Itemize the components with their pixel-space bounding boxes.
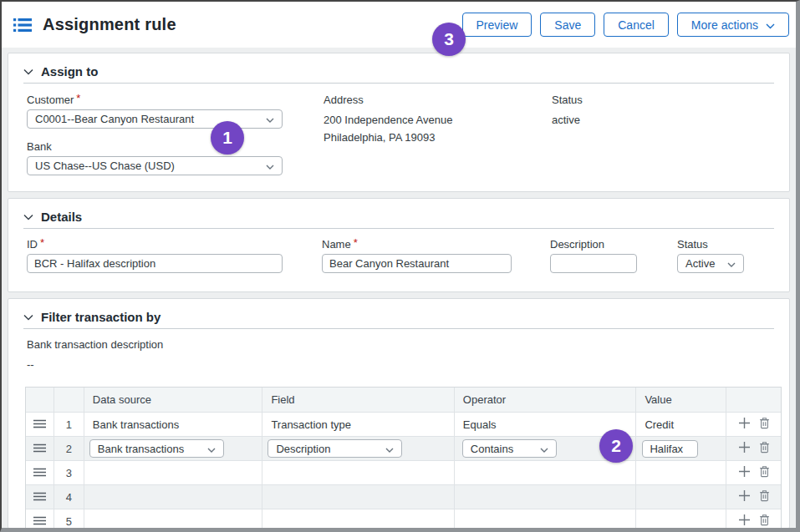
filter-summary-label: Bank transaction description bbox=[27, 338, 163, 351]
add-row-button[interactable] bbox=[738, 514, 751, 529]
bank-label: Bank bbox=[27, 140, 283, 153]
filter-table-body: 1Bank transactionsTransaction typeEquals… bbox=[26, 413, 781, 529]
cell-data-source: Bank transactions bbox=[84, 413, 263, 436]
drag-handle-icon[interactable] bbox=[33, 443, 46, 455]
cell-operator bbox=[455, 509, 637, 529]
cell-operator bbox=[455, 485, 637, 509]
add-row-button[interactable] bbox=[738, 441, 751, 456]
row-actions bbox=[726, 485, 781, 509]
filter-row-1: 1Bank transactionsTransaction typeEquals… bbox=[26, 413, 781, 437]
drag-handle-icon[interactable] bbox=[33, 515, 46, 528]
row-number: 1 bbox=[54, 413, 84, 436]
delete-row-button[interactable] bbox=[759, 441, 770, 456]
plus-icon bbox=[738, 489, 751, 504]
id-input[interactable] bbox=[27, 254, 283, 273]
chevron-down-icon bbox=[266, 160, 274, 172]
delete-row-button[interactable] bbox=[759, 465, 770, 480]
column-header-value: Value bbox=[636, 388, 726, 412]
column-header-operator: Operator bbox=[455, 388, 637, 412]
cell-data-source bbox=[84, 509, 263, 529]
assign-status-label: Status bbox=[552, 94, 583, 106]
section-divider bbox=[23, 328, 774, 329]
preview-button[interactable]: Preview bbox=[462, 13, 532, 37]
value-input[interactable] bbox=[642, 440, 698, 458]
operator-select[interactable]: Contains bbox=[462, 439, 557, 458]
chevron-down-icon bbox=[207, 443, 216, 455]
cell-value bbox=[636, 485, 726, 509]
add-row-button[interactable] bbox=[738, 489, 751, 504]
name-label: Name bbox=[322, 238, 512, 251]
add-row-button[interactable] bbox=[738, 465, 751, 480]
more-actions-button[interactable]: More actions bbox=[677, 13, 789, 37]
assign-to-left-column: Customer C0001--Bear Canyon Restaurant B… bbox=[27, 94, 283, 175]
cell-value: Credit bbox=[636, 413, 726, 436]
chevron-down-icon bbox=[540, 443, 548, 455]
filter-table: Data sourceFieldOperatorValue 1Bank tran… bbox=[25, 387, 782, 529]
data-source-select-value: Bank transactions bbox=[98, 443, 184, 455]
trash-icon bbox=[759, 489, 770, 504]
drag-handle-icon[interactable] bbox=[33, 418, 46, 431]
cell-data-source bbox=[84, 461, 263, 484]
plus-icon bbox=[738, 514, 751, 529]
description-input[interactable] bbox=[550, 254, 637, 273]
collapse-chevron-icon[interactable] bbox=[23, 68, 33, 75]
more-actions-label: More actions bbox=[691, 18, 758, 32]
row-drag-cell bbox=[26, 485, 54, 509]
column-header-blank bbox=[54, 388, 84, 412]
drag-handle-icon[interactable] bbox=[33, 467, 46, 479]
address-line-1: 200 Independence Avenue bbox=[324, 111, 452, 129]
filter-row-5: 5 bbox=[26, 509, 781, 529]
column-header-blank bbox=[26, 388, 54, 412]
list-menu-icon[interactable] bbox=[13, 18, 32, 33]
address-line-2: Philadelphia, PA 19093 bbox=[324, 129, 452, 146]
cell-operator bbox=[455, 461, 637, 484]
assign-to-title: Assign to bbox=[41, 64, 98, 79]
address-column: Address 200 Independence Avenue Philadel… bbox=[324, 94, 452, 146]
description-label: Description bbox=[550, 238, 637, 251]
chevron-down-icon bbox=[266, 113, 274, 125]
id-field: ID bbox=[27, 238, 283, 273]
add-row-button[interactable] bbox=[738, 417, 751, 432]
details-status-value: Active bbox=[685, 257, 715, 270]
data-source-select[interactable]: Bank transactions bbox=[89, 439, 224, 458]
delete-row-button[interactable] bbox=[759, 489, 770, 504]
row-number: 4 bbox=[54, 485, 84, 509]
save-button[interactable]: Save bbox=[540, 13, 595, 37]
filter-table-head: Data sourceFieldOperatorValue bbox=[26, 388, 781, 413]
field-select[interactable]: Description bbox=[268, 439, 402, 458]
filter-row-4: 4 bbox=[26, 485, 781, 509]
trash-icon bbox=[759, 465, 770, 480]
drag-handle-icon[interactable] bbox=[33, 491, 46, 504]
assignment-rule-window: Assignment rule Preview Save Cancel More… bbox=[0, 0, 800, 532]
cancel-button[interactable]: Cancel bbox=[604, 13, 669, 37]
collapse-chevron-icon[interactable] bbox=[23, 314, 33, 321]
bank-select-value: US Chase--US Chase (USD) bbox=[35, 160, 175, 172]
column-header-actions bbox=[726, 388, 781, 412]
row-drag-cell bbox=[26, 437, 54, 460]
app-bar: Assignment rule Preview Save Cancel More… bbox=[2, 2, 796, 48]
plus-icon bbox=[738, 417, 751, 432]
delete-row-button[interactable] bbox=[759, 514, 770, 529]
form-content: Assign to Customer C0001--Bear Canyon Re… bbox=[2, 48, 796, 529]
filter-row-2: 2Bank transactionsDescriptionContains bbox=[26, 437, 781, 461]
delete-row-button[interactable] bbox=[759, 417, 770, 432]
customer-select[interactable]: C0001--Bear Canyon Restaurant bbox=[27, 109, 283, 129]
assign-to-section: Assign to Customer C0001--Bear Canyon Re… bbox=[8, 53, 790, 192]
details-status-select[interactable]: Active bbox=[677, 254, 744, 273]
cell-value bbox=[636, 437, 726, 460]
row-drag-cell bbox=[26, 509, 54, 529]
row-drag-cell bbox=[26, 413, 54, 436]
required-mark bbox=[351, 238, 358, 251]
status-column: Status active bbox=[552, 94, 583, 129]
bank-select[interactable]: US Chase--US Chase (USD) bbox=[27, 156, 283, 175]
required-mark bbox=[74, 94, 80, 106]
customer-label: Customer bbox=[27, 94, 283, 106]
required-mark bbox=[38, 238, 44, 251]
cell-field bbox=[262, 509, 454, 529]
assign-status-value: active bbox=[552, 111, 583, 129]
name-field: Name bbox=[322, 238, 512, 273]
name-input[interactable] bbox=[322, 254, 512, 273]
section-divider bbox=[23, 228, 774, 229]
cell-field: Description bbox=[262, 437, 454, 460]
collapse-chevron-icon[interactable] bbox=[23, 214, 33, 220]
